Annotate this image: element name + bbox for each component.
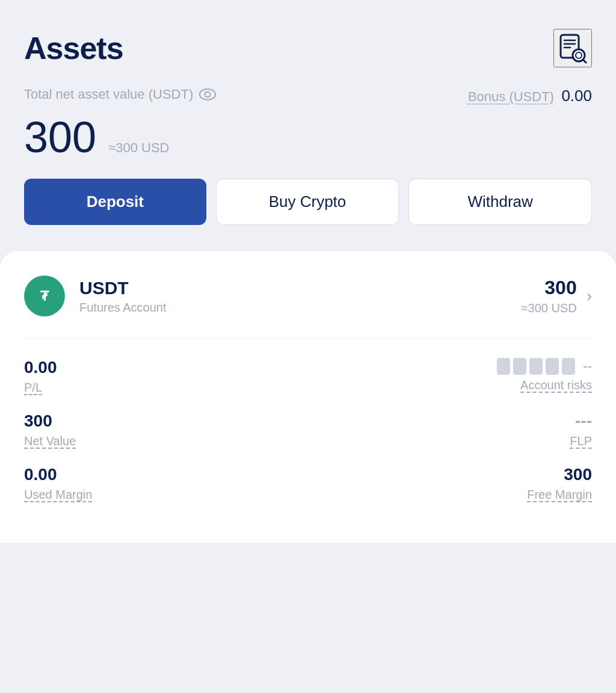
usdt-logo: ₮: [24, 276, 65, 316]
risk-bar-2: [513, 358, 526, 375]
free-margin-value: 300: [308, 465, 592, 484]
eye-icon[interactable]: [199, 88, 216, 100]
divider: [24, 338, 592, 339]
net-value: 300: [24, 411, 308, 431]
pl-label: P/L: [24, 381, 308, 395]
withdraw-button[interactable]: Withdraw: [408, 179, 592, 225]
account-type: Futures Account: [79, 301, 167, 315]
risk-bar-3: [529, 358, 543, 375]
svg-point-8: [205, 92, 211, 97]
bonus-value: 0.00: [561, 87, 592, 105]
svg-line-5: [583, 60, 586, 63]
risk-bar-1: [497, 358, 510, 375]
currency-name: USDT: [79, 278, 167, 298]
chevron-right-icon[interactable]: ›: [587, 286, 592, 306]
search-document-icon: [557, 32, 588, 64]
used-margin-value: 0.00: [24, 465, 308, 484]
buy-crypto-button[interactable]: Buy Crypto: [216, 179, 399, 225]
used-margin-label: Used Margin: [24, 488, 308, 502]
net-value-label: Net Value: [24, 434, 308, 448]
bonus-label: Bonus (USDT): [468, 89, 554, 104]
total-asset-value: 300: [24, 112, 96, 162]
account-risks-label: Account risks: [308, 378, 592, 392]
flp-label: FLP: [308, 434, 592, 448]
svg-text:₮: ₮: [40, 289, 49, 304]
account-risk-bars: --: [308, 358, 592, 375]
free-margin-label: Free Margin: [308, 488, 592, 502]
risk-bar-5: [562, 358, 575, 375]
account-amount: 300: [522, 277, 577, 299]
approx-usd-value: ≈300 USD: [108, 140, 169, 156]
svg-point-7: [200, 89, 215, 100]
asset-label: Total net asset value (USDT): [24, 87, 216, 102]
search-document-button[interactable]: [553, 29, 592, 67]
account-amount-approx: ≈300 USD: [522, 301, 577, 315]
risk-bar-4: [546, 358, 559, 375]
pl-value: 0.00: [24, 358, 308, 377]
page-title: Assets: [24, 30, 123, 66]
risk-dash: --: [583, 359, 592, 374]
flp-value: ---: [308, 411, 592, 431]
deposit-button[interactable]: Deposit: [24, 179, 206, 225]
